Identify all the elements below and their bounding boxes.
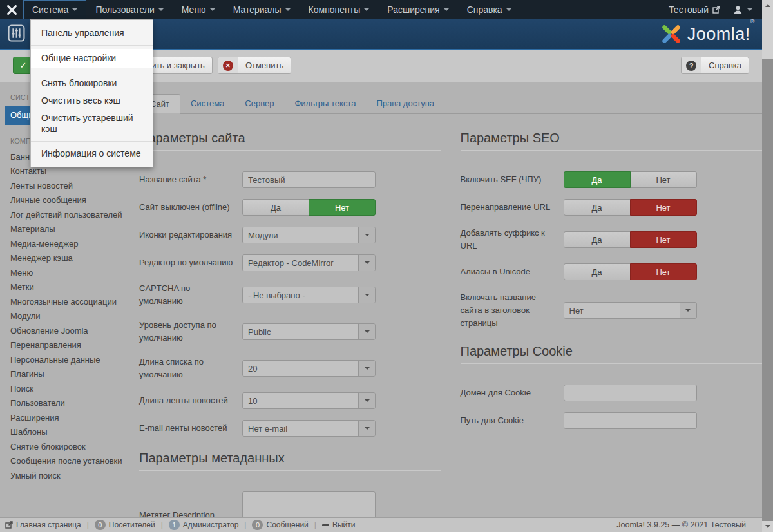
menubar-right: Тестовый [669, 0, 773, 19]
menubar-item[interactable]: Справка [458, 0, 520, 19]
triangle-down-icon [765, 525, 770, 528]
status-counter[interactable]: 0Сообщений [252, 520, 308, 530]
chevron-down-icon[interactable] [680, 303, 696, 318]
select-dropdown[interactable]: Нет [564, 302, 697, 319]
toggle-option-no[interactable]: Нет [309, 199, 376, 216]
toggle-option-yes[interactable]: Да [564, 171, 631, 188]
help-button[interactable]: ? Справка [681, 57, 749, 74]
cancel-button[interactable]: ✕Отменить [218, 57, 291, 74]
menubar-item[interactable]: Меню [173, 0, 224, 19]
chevron-down-icon[interactable] [358, 287, 375, 303]
toggle-option-yes[interactable]: Да [242, 199, 309, 216]
sidebar-item[interactable]: Обновление Joomla [10, 324, 123, 339]
scroll-thumb[interactable] [762, 11, 773, 59]
section-heading: Параметры SEO [461, 131, 763, 151]
field-label: Путь для Cookie [461, 414, 564, 427]
menubar-item[interactable]: Материалы [224, 0, 300, 19]
scrollbar[interactable] [762, 0, 773, 532]
scroll-down-button[interactable] [762, 521, 773, 532]
sidebar-item[interactable]: Ленты новостей [10, 179, 123, 194]
system-menu-item[interactable]: Очистить устаревший кэш [31, 109, 153, 138]
form-row: Уровень доступа по умолчаниюPublic [139, 319, 441, 345]
select-dropdown[interactable]: 20 [242, 360, 376, 377]
system-menu-item[interactable]: Общие настройки [31, 49, 153, 68]
sidebar-item[interactable]: Материалы [10, 222, 123, 237]
text-input[interactable] [564, 385, 697, 401]
sidebar-item[interactable]: Меню [10, 266, 123, 281]
toggle-option-yes[interactable]: Да [564, 231, 631, 248]
select-dropdown[interactable]: Public [242, 323, 376, 340]
form-rows: Метатег Description [139, 491, 441, 517]
tab-фильтры-текста[interactable]: Фильтры текста [284, 94, 366, 113]
menubar-item[interactable]: Компоненты [300, 0, 379, 19]
toggle-option-no[interactable]: Нет [630, 199, 697, 216]
select-dropdown[interactable]: - Не выбрано - [242, 287, 376, 303]
menubar-item[interactable]: Расширения [378, 0, 457, 19]
user-menu[interactable] [733, 5, 752, 15]
sidebar-item[interactable]: Расширения [10, 411, 123, 426]
text-input[interactable] [242, 171, 376, 188]
sidebar-item[interactable]: Поиск [10, 382, 123, 397]
toggle-option-no[interactable]: Нет [630, 263, 697, 280]
sidebar-item[interactable]: Умный поиск [10, 469, 123, 484]
chevron-down-icon[interactable] [358, 227, 375, 243]
status-counter[interactable]: 0Посетителей [95, 520, 155, 530]
tab-система[interactable]: Система [180, 94, 234, 113]
triangle-up-icon [765, 4, 770, 7]
sidebar-item[interactable]: Персональные данные [10, 353, 123, 368]
form-rows: Домен для CookieПуть для Cookie [461, 385, 763, 429]
menubar-item[interactable]: Система [23, 0, 86, 19]
toggle-option-no[interactable]: Нет [630, 231, 697, 248]
count-badge: 0 [95, 520, 106, 530]
count-badge: 0 [252, 520, 263, 530]
select-dropdown[interactable]: Редактор - CodeMirror [242, 254, 376, 271]
sidebar-item[interactable]: Плагины [10, 367, 123, 382]
sidebar-item[interactable]: Модули [10, 309, 123, 324]
sidebar-item[interactable]: Менеджер кэша [10, 251, 123, 266]
menubar-items: СистемаПользователиМенюМатериалыКомпонен… [23, 0, 520, 19]
sidebar-item[interactable]: Личные сообщения [10, 193, 123, 208]
sidebar-item[interactable]: Медиа-менеджер [10, 237, 123, 252]
sidebar-item[interactable]: Лог действий пользователей [10, 208, 123, 223]
chevron-down-icon[interactable] [358, 393, 375, 408]
chevron-down-icon[interactable] [358, 361, 375, 376]
status-home-link[interactable]: Главная страница [5, 520, 81, 529]
field-label: Длина списка по умолчанию [139, 356, 242, 381]
textarea-input[interactable] [242, 491, 376, 517]
joomla-admin-global-configuration: { "colors":{"accent_green":"#3f9243","ac… [0, 0, 773, 532]
form-row: E-mail ленты новостейНет e-mail [139, 420, 441, 437]
sidebar-item[interactable]: Шаблоны [10, 425, 123, 440]
system-menu-item[interactable]: Снять блокировки [31, 75, 153, 92]
sidebar-item[interactable]: Сообщения после установки [10, 454, 123, 469]
form-rows: Включить SEF (ЧПУ)ДаНетПеренаправление U… [461, 171, 763, 330]
toggle-option-yes[interactable]: Да [564, 263, 631, 280]
sidebar-item[interactable]: Снятие блокировок [10, 440, 123, 455]
status-counter[interactable]: 1Администратор [169, 520, 239, 530]
sidebar-item[interactable]: Метки [10, 280, 123, 295]
sidebar-item[interactable]: Перенаправления [10, 338, 123, 353]
sidebar-item[interactable]: Пользователи [10, 396, 123, 411]
select-dropdown[interactable]: Модули [242, 227, 376, 243]
system-menu-item[interactable]: Панель управления [31, 24, 153, 42]
status-label: Посетителей [109, 520, 155, 529]
field-control [564, 412, 697, 429]
system-menu-item[interactable]: Очистить весь кэш [31, 92, 153, 109]
chevron-down-icon[interactable] [358, 324, 375, 339]
menubar-item[interactable]: Пользователи [86, 0, 172, 19]
chevron-down-icon[interactable] [358, 255, 375, 271]
site-preview-link[interactable]: Тестовый [669, 5, 720, 15]
select-dropdown[interactable]: 10 [242, 392, 376, 409]
toggle-option-yes[interactable]: Да [564, 199, 631, 216]
field-control [564, 385, 697, 401]
chevron-down-icon[interactable] [358, 421, 375, 436]
field-label: Длина ленты новостей [139, 394, 242, 407]
select-dropdown[interactable]: Нет e-mail [242, 420, 376, 437]
scroll-up-button[interactable] [762, 0, 773, 11]
tab-сервер[interactable]: Сервер [234, 94, 284, 113]
text-input[interactable] [564, 412, 697, 429]
toggle-option-no[interactable]: Нет [630, 171, 697, 188]
sidebar-item[interactable]: Многоязычные ассоциации [10, 295, 123, 310]
tab-права-доступа[interactable]: Права доступа [366, 94, 444, 113]
system-menu-item[interactable]: Информация о системе [31, 145, 153, 162]
status-logout-link[interactable]: Выйти [322, 520, 356, 529]
